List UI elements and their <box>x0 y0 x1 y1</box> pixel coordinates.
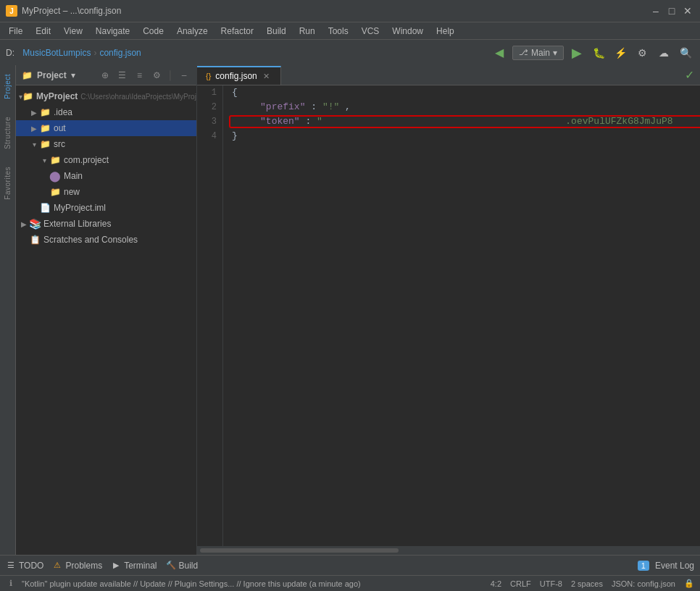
back-button[interactable]: ◀ <box>491 44 508 62</box>
menu-item-view[interactable]: View <box>58 25 88 38</box>
problems-label: Problems <box>65 561 102 571</box>
tree-item-main[interactable]: ⬤ Main <box>16 168 196 184</box>
tree-arrow-new <box>39 187 49 197</box>
editor-content: 1 2 3 4 { "prefix" : "!" , <box>197 85 700 546</box>
event-log-button[interactable]: 1 Event Log <box>638 561 694 571</box>
debug-button[interactable]: 🐛 <box>590 44 607 62</box>
line-num-3: 3 <box>212 114 217 129</box>
project-tree: ▾ 📁 MyProject C:\Users\ohrau\IdeaProject… <box>16 85 196 555</box>
tree-icon-src: 📁 <box>39 138 51 150</box>
hscroll-track <box>200 548 697 553</box>
tree-item-idea[interactable]: ▶ 📁 .idea <box>16 104 196 120</box>
terminal-icon: ▶ <box>111 561 121 571</box>
tree-icon-myproject: 📁 <box>22 91 33 102</box>
menu-item-analyze[interactable]: Analyze <box>171 25 214 38</box>
menu-item-code[interactable]: Code <box>137 25 170 38</box>
editor-hscroll[interactable] <box>197 546 700 555</box>
tree-label-new: new <box>64 187 80 197</box>
tree-item-iml[interactable]: 📄 MyProject.iml <box>16 200 196 216</box>
tree-item-scratches[interactable]: 📋 Scratches and Consoles <box>16 232 196 248</box>
minimize-button[interactable]: – <box>649 4 662 17</box>
tree-item-src[interactable]: ▾ 📁 src <box>16 136 196 152</box>
tree-icon-scratches: 📋 <box>29 234 41 246</box>
tree-label-idea: .idea <box>54 107 72 117</box>
code-line-3: "token" : " .oevPulUFZkG8JmJuP8 <box>232 114 700 129</box>
tree-item-new[interactable]: 📁 new <box>16 184 196 200</box>
tree-item-ext-libs[interactable]: ▶ 📚 External Libraries <box>16 216 196 232</box>
branch-icon: ⎇ <box>519 48 528 57</box>
tree-icon-com-project: 📁 <box>49 154 61 166</box>
line-num-4: 4 <box>212 129 217 143</box>
breadcrumb-project[interactable]: MusicBotLumpics <box>22 48 91 58</box>
project-panel-title: Project <box>37 70 67 80</box>
todo-button[interactable]: ☰ TODO <box>6 561 43 571</box>
build-button[interactable]: 🔨 Build <box>166 561 199 571</box>
panel-locate-button[interactable]: ⊕ <box>99 69 112 82</box>
menu-item-file[interactable]: File <box>3 25 28 38</box>
status-position[interactable]: 4:2 <box>491 579 501 588</box>
status-line-ending[interactable]: CRLF <box>510 579 531 588</box>
title-bar: J MyProject – ...\config.json – □ ✕ <box>0 0 700 22</box>
profile-button[interactable]: ⚙ <box>633 44 651 62</box>
editor-tab-config[interactable]: {} config.json ✕ <box>197 66 281 85</box>
menu-item-help[interactable]: Help <box>430 25 460 38</box>
status-lock-icon: 🔒 <box>684 579 694 588</box>
hscroll-thumb[interactable] <box>200 548 399 553</box>
coverage-button[interactable]: ⚡ <box>612 44 629 62</box>
tree-item-out[interactable]: ▶ 📁 out <box>16 120 196 136</box>
status-filetype[interactable]: JSON: config.json <box>612 579 675 588</box>
panel-options-button[interactable]: ≡ <box>133 69 146 82</box>
sidebar-label-structure[interactable]: Structure <box>2 108 13 158</box>
search-everywhere-button[interactable]: 🔍 <box>677 44 694 62</box>
maximize-button[interactable]: □ <box>665 4 678 17</box>
menu-item-tools[interactable]: Tools <box>322 25 354 38</box>
tree-arrow-out: ▶ <box>29 123 39 133</box>
tree-item-com-project[interactable]: ▾ 📁 com.project <box>16 152 196 168</box>
todo-icon: ☰ <box>6 561 16 571</box>
menu-item-refactor[interactable]: Refactor <box>215 25 259 38</box>
panel-settings-button[interactable]: ⚙ <box>151 69 164 82</box>
run-button[interactable]: ▶ <box>568 44 586 62</box>
vcs-button[interactable]: ☁ <box>655 44 672 62</box>
panel-collapse-button[interactable]: ☰ <box>116 69 129 82</box>
status-indent[interactable]: 2 spaces <box>571 579 603 588</box>
status-message: "Kotlin" plugin update available // Upda… <box>22 579 485 588</box>
breadcrumb: D: MusicBotLumpics › config.json <box>6 48 488 58</box>
project-panel-header: 📁 Project ▾ ⊕ ☰ ≡ ⚙ │ – <box>16 65 196 85</box>
code-line-2: "prefix" : "!" , <box>232 100 700 114</box>
build-label: Build <box>179 561 199 571</box>
sidebar-label-project[interactable]: Project <box>2 65 13 108</box>
line-numbers: 1 2 3 4 <box>197 85 223 546</box>
left-sidebar-labels: Project Structure Favorites <box>0 65 16 555</box>
status-info-icon: ℹ <box>6 579 16 589</box>
code-area[interactable]: { "prefix" : "!" , "token" : " <box>223 85 700 546</box>
menu-item-edit[interactable]: Edit <box>30 25 57 38</box>
panel-close-button[interactable]: – <box>178 69 191 82</box>
window-title: MyProject – ...\config.json <box>22 6 121 16</box>
tree-icon-new: 📁 <box>49 186 61 198</box>
terminal-button[interactable]: ▶ Terminal <box>111 561 157 571</box>
tree-label-main: Main <box>64 171 83 181</box>
tab-close-button[interactable]: ✕ <box>262 71 272 81</box>
app-icon: J <box>6 5 17 17</box>
breadcrumb-file[interactable]: config.json <box>99 48 141 58</box>
code-line-4: } <box>232 129 700 143</box>
branch-selector[interactable]: ⎇ Main ▾ <box>512 46 564 60</box>
bottom-bar: ☰ TODO ⚠ Problems ▶ Terminal 🔨 Build 1 E… <box>0 555 700 575</box>
menu-item-navigate[interactable]: Navigate <box>90 25 136 38</box>
tree-item-myproject[interactable]: ▾ 📁 MyProject C:\Users\ohrau\IdeaProject… <box>16 88 196 104</box>
menu-bar: FileEditViewNavigateCodeAnalyzeRefactorB… <box>0 22 700 39</box>
menu-item-build[interactable]: Build <box>261 25 292 38</box>
problems-button[interactable]: ⚠ Problems <box>52 561 102 571</box>
tab-icon: {} <box>206 72 211 80</box>
menu-item-run[interactable]: Run <box>293 25 321 38</box>
close-button[interactable]: ✕ <box>681 4 694 17</box>
status-encoding[interactable]: UTF-8 <box>540 579 562 588</box>
menu-item-window[interactable]: Window <box>386 25 429 38</box>
tree-label-out: out <box>54 123 66 133</box>
menu-item-vcs[interactable]: VCS <box>356 25 386 38</box>
tree-arrow-com-project: ▾ <box>39 155 49 165</box>
tree-label-ext-libs: External Libraries <box>43 219 111 229</box>
sidebar-label-favorites[interactable]: Favorites <box>2 158 13 209</box>
project-panel-title-arrow[interactable]: ▾ <box>71 70 75 80</box>
